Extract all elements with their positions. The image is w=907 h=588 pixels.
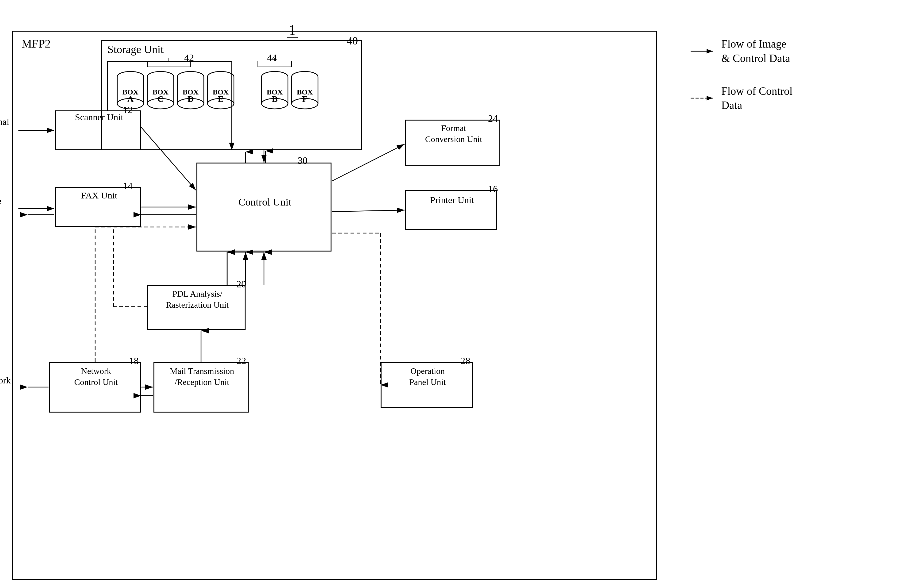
network-label: Network xyxy=(0,375,11,385)
svg-text:D: D xyxy=(187,94,194,104)
legend-dashed-text: Flow of ControlData xyxy=(721,84,793,113)
label-24: 24 xyxy=(488,113,498,124)
storage-unit-label: Storage Unit xyxy=(107,43,163,56)
legend-dashed-arrow-item: Flow of ControlData xyxy=(691,84,899,113)
svg-text:C: C xyxy=(157,94,163,104)
title-underline xyxy=(287,37,298,38)
control-unit-label: Control Unit xyxy=(199,196,331,208)
cylinder-box-e: BOX E xyxy=(207,70,234,115)
mail-unit-label: Mail Transmission/Reception Unit xyxy=(156,366,248,388)
label-12: 12 xyxy=(123,104,133,116)
cylinder-box-d: BOX D xyxy=(177,70,204,115)
label-16: 16 xyxy=(488,184,498,195)
legend-solid-arrow-item: Flow of Image& Control Data xyxy=(691,37,899,66)
svg-text:A: A xyxy=(127,94,134,104)
label-20: 20 xyxy=(236,278,246,290)
legend-area: Flow of Image& Control Data Flow of Cont… xyxy=(691,37,899,131)
label-22: 22 xyxy=(236,355,246,366)
label-42: 42 xyxy=(184,52,194,64)
mfp2-label: MFP2 xyxy=(21,37,51,50)
cylinder-box-b: BOX B xyxy=(261,70,288,115)
svg-text:B: B xyxy=(272,94,278,104)
printer-unit-label: Printer Unit xyxy=(408,195,497,205)
svg-text:E: E xyxy=(218,94,224,104)
network-unit-label: NetworkControl Unit xyxy=(51,366,141,388)
svg-text:F: F xyxy=(302,94,307,104)
label-28: 28 xyxy=(460,355,470,366)
legend-solid-text: Flow of Image& Control Data xyxy=(721,37,790,66)
opanel-unit-label: OperationPanel Unit xyxy=(383,366,472,388)
diagram-title: 1 xyxy=(288,21,296,38)
label-30: 30 xyxy=(298,155,308,166)
cylinder-box-c: BOX C xyxy=(147,70,174,115)
fax-unit-label: FAX Unit xyxy=(58,190,141,201)
format-unit-label: FormatConversion Unit xyxy=(408,123,500,145)
label-14: 14 xyxy=(123,181,133,192)
telephone-label: TelephoneLine xyxy=(0,195,2,219)
label-40: 40 xyxy=(347,34,358,47)
legend-solid-arrow xyxy=(691,46,715,56)
label-18: 18 xyxy=(129,355,139,366)
cylinder-box-f: BOX F xyxy=(291,70,319,115)
pdl-unit-label: PDL Analysis/Rasterization Unit xyxy=(150,288,245,311)
bracket-44-svg xyxy=(255,58,322,69)
original-label: Original xyxy=(0,117,9,127)
label-44: 44 xyxy=(267,52,277,64)
legend-dashed-arrow xyxy=(691,94,715,103)
